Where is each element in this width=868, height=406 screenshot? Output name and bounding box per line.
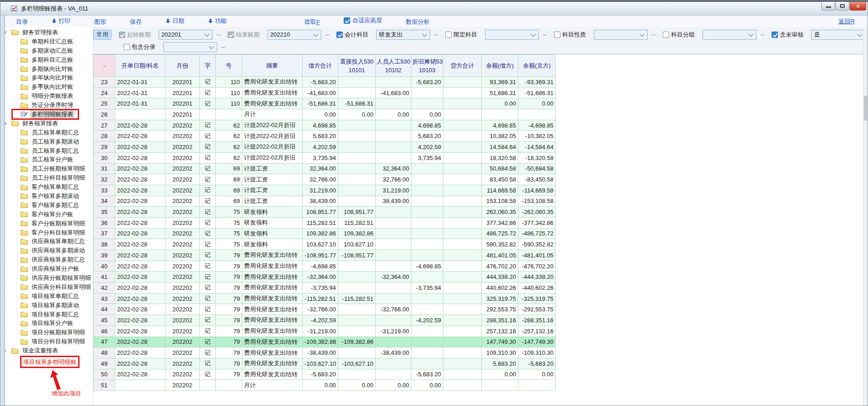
sidebar-item[interactable]: >现金流量报表 xyxy=(0,346,93,355)
sidebar-item[interactable]: 单期科目汇总账 xyxy=(0,37,93,46)
filter-dropdown[interactable]: 202210 xyxy=(267,30,321,40)
table-row[interactable]: 412022-02-28202202记79费用化研发支出结转-32,364.00… xyxy=(94,272,556,283)
sidebar-item[interactable]: 员工核算分户账 xyxy=(0,155,93,164)
filter-dropdown[interactable] xyxy=(485,30,539,40)
sidebar-item[interactable]: 供应商核算分户账 xyxy=(0,264,93,273)
common-tab-button[interactable]: 常用 xyxy=(93,30,112,40)
sidebar-item[interactable]: 多期滚动汇总账 xyxy=(0,46,93,55)
table-row[interactable]: 492022-02-28202202记79费用化研发支出结转-103,627.1… xyxy=(94,358,556,369)
auto-height-checkbox[interactable] xyxy=(344,17,350,24)
toolbar-item[interactable]: 日期 xyxy=(165,17,184,25)
table-row[interactable]: 452022-02-28202202记79费用化研发支出结转-4,202.59-… xyxy=(94,315,556,326)
window-left-scrollbar[interactable] xyxy=(0,16,5,406)
sidebar-item[interactable]: 员工核算多期汇总 xyxy=(0,146,93,155)
maximize-button[interactable] xyxy=(836,2,849,11)
table-row[interactable]: 242022-01-31202201记110费用化研发支出结转-41,683.0… xyxy=(94,87,556,98)
table-row[interactable]: 352022-02-28202202记75研发领料108,951.77108,9… xyxy=(94,207,556,218)
scrollbar-thumb[interactable] xyxy=(864,96,867,121)
filter-checkbox[interactable] xyxy=(119,32,125,38)
sidebar-item[interactable]: 供应商核算多期滚动 xyxy=(0,246,93,255)
filter-checkbox[interactable] xyxy=(554,32,560,38)
sidebar-item[interactable]: ∨财务管理报表 xyxy=(0,28,93,37)
sidebar-item[interactable]: 多年纵向比对账 xyxy=(0,73,93,82)
sidebar-item[interactable]: 员工核算单期汇总 xyxy=(0,128,93,137)
table-row[interactable]: 322022-02-28202202记69计提工资32,766.0032,766… xyxy=(94,174,556,185)
table-row[interactable]: 282022-02-28202202记62计提2022-02月折旧5,683.2… xyxy=(94,131,556,142)
table-row[interactable]: 392022-02-28202202记79费用化研发支出结转-108,951.7… xyxy=(94,250,556,261)
filter-dropdown[interactable] xyxy=(594,30,648,40)
sidebar-item[interactable]: 客户分账期核算明细 xyxy=(0,219,93,228)
return-link[interactable]: 返回R xyxy=(839,17,855,26)
filter-checkbox[interactable] xyxy=(123,44,130,50)
filter-checkbox[interactable] xyxy=(228,32,234,38)
sidebar-item[interactable]: ∨财务核算报表 xyxy=(0,119,93,128)
sidebar-item[interactable]: 凭证分录序时簿 xyxy=(0,101,93,110)
sidebar-item[interactable]: 员工核算多期滚动 xyxy=(0,137,93,146)
filter-checkbox[interactable] xyxy=(772,32,778,38)
table-row[interactable]: 272022-02-28202202记62计提2022-02月折旧4,698.8… xyxy=(94,120,556,131)
table-row[interactable]: 402022-02-28202202记79费用化研发支出结转-4,698.85-… xyxy=(94,261,556,272)
sidebar-item[interactable]: 员工分账期核算明细 xyxy=(0,164,93,173)
sidebar-item[interactable]: 客户核算多期汇总 xyxy=(0,201,93,210)
sidebar-item[interactable]: 项目核算分户账 xyxy=(0,319,93,328)
table-row[interactable]: 252022-01-31202201记110费用化研发支出结转-51,686.3… xyxy=(94,98,556,109)
table-row[interactable]: 462022-02-28202202记79费用化研发支出结转-31,219.00… xyxy=(94,326,556,337)
filter-checkbox[interactable] xyxy=(445,32,452,38)
sidebar-item[interactable]: 多期科目汇总账 xyxy=(0,55,93,64)
filter-dropdown[interactable]: 202201 xyxy=(159,30,213,40)
toolbar-item[interactable]: 图形 xyxy=(94,18,106,26)
sidebar-item[interactable]: 项目分账期核算明细 xyxy=(0,328,93,337)
sidebar-item[interactable]: 客户核算单期汇总 xyxy=(0,182,93,192)
sidebar-item[interactable]: 多栏明细账报表 xyxy=(0,110,93,119)
table-row[interactable]: 482022-02-28202202记79费用化研发支出结转-38,439.00… xyxy=(94,347,556,358)
sidebar-item[interactable]: 多期纵向比对账 xyxy=(0,64,93,74)
filter-dropdown[interactable] xyxy=(703,30,756,40)
table-row[interactable]: 51202202月计0.000.000.000.00 xyxy=(94,380,556,391)
table-row[interactable]: 362022-02-28202202记75研发领料115,282.51115,2… xyxy=(94,217,556,228)
table-row[interactable]: 26202201月计0.000.000.000.00 xyxy=(94,109,556,120)
sidebar-item[interactable]: 项目核算单期汇总 xyxy=(0,292,93,301)
sidebar-item[interactable]: 项目核算多期滚动 xyxy=(0,301,93,310)
toolbar-item[interactable]: 功能 xyxy=(208,17,227,25)
sidebar-item[interactable]: 供应商核算单期汇总 xyxy=(0,237,93,246)
filter-checkbox[interactable] xyxy=(663,32,669,38)
sidebar-item[interactable]: 员工分科目核算明细 xyxy=(0,173,93,182)
toolbar-item[interactable]: 提取F xyxy=(304,18,320,26)
close-button[interactable]: × xyxy=(850,2,866,11)
table-row[interactable]: 292022-02-28202202记62计提2022-02月折旧4,202.5… xyxy=(94,142,556,153)
sidebar-item[interactable]: 多季纵向比对账 xyxy=(0,82,93,91)
table-row[interactable]: 342022-02-28202202记69计提工资38,439.0038,439… xyxy=(94,196,556,207)
toolbar-item[interactable]: 打印 xyxy=(52,17,70,25)
filter-dropdown[interactable]: 研发支出 xyxy=(376,30,430,40)
table-row[interactable]: 442022-02-28202202记79费用化研发支出结转-32,766.00… xyxy=(94,304,556,315)
table-row[interactable]: 472022-02-28202202记79费用化研发支出结转-109,382.8… xyxy=(94,337,556,347)
table-cell: 79 xyxy=(216,250,242,261)
sidebar-item[interactable]: 客户核算分户账 xyxy=(0,210,93,219)
sidebar-item[interactable]: 项目分科目核算明细 xyxy=(0,337,93,346)
filter-checkbox[interactable] xyxy=(336,32,343,38)
table-row[interactable]: 422022-02-28202202记79费用化研发支出结转-3,735.94-… xyxy=(94,283,556,294)
sidebar-item[interactable]: 供应商分账期核算明细 xyxy=(0,273,93,283)
sidebar-item[interactable]: 客户分科目核算明细 xyxy=(0,228,93,237)
sidebar-item[interactable]: 项目核算多期汇总 xyxy=(0,310,93,319)
toolbar-item[interactable]: 保存 xyxy=(130,18,142,26)
vertical-scrollbar[interactable] xyxy=(863,27,868,406)
table-row[interactable]: 502022-02-28202202记79费用化研发支出结转-5,683.20-… xyxy=(94,369,556,380)
toolbar-item[interactable]: 目录 xyxy=(16,18,28,26)
toolbar-item[interactable]: 数据分析 xyxy=(406,18,430,26)
table-row[interactable]: 372022-02-28202202记75研发领料109,382.86109,3… xyxy=(94,228,556,239)
sidebar-item[interactable]: 供应商核算多期汇总 xyxy=(0,255,93,264)
sidebar-item[interactable]: 客户核算多期滚动 xyxy=(0,192,93,201)
minimize-button[interactable] xyxy=(821,2,835,11)
table-row[interactable]: 302022-02-28202202记62计提2022-02月折旧3,735.9… xyxy=(94,152,556,163)
table-row[interactable]: 382022-02-28202202记75研发领料103,627.10103,6… xyxy=(94,239,556,250)
table-row[interactable]: 432022-02-28202202记79费用化研发支出结转-115,282.5… xyxy=(94,293,556,304)
table-row[interactable]: 232022-01-31202201记110费用化研发支出结转-5,683.20… xyxy=(94,77,556,88)
filter-dropdown[interactable] xyxy=(163,42,217,52)
toolbar-item[interactable]: 自适应高度 xyxy=(344,16,382,25)
table-row[interactable]: 312022-02-28202202记69计提工资32,364.0032,364… xyxy=(94,163,556,174)
filter-dropdown[interactable]: 是 xyxy=(811,30,865,40)
table-row[interactable]: 332022-02-28202202记69计提工资31,219.0031,219… xyxy=(94,185,556,196)
sidebar-item[interactable]: 明细分类账报表 xyxy=(0,91,93,101)
sidebar-item[interactable]: 供应商分科目核算明细 xyxy=(0,283,93,292)
